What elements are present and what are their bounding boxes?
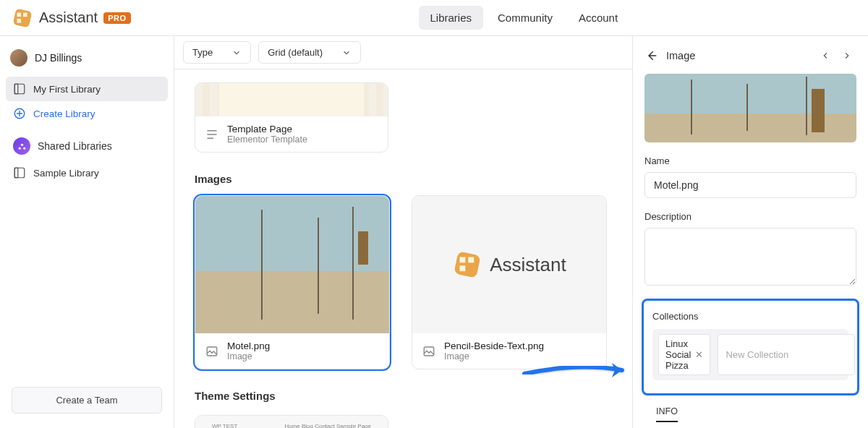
library-icon	[13, 82, 26, 95]
assistant-watermark-text: Assistant	[490, 254, 566, 276]
nav-libraries[interactable]: Libraries	[419, 6, 484, 30]
image-card-motel[interactable]: Motel.png Image	[195, 195, 390, 369]
theme-heading: Theme Settings	[195, 390, 612, 402]
name-label: Name	[644, 155, 856, 166]
grid-select[interactable]: Grid (default)	[258, 41, 361, 64]
chevron-right-icon	[842, 51, 852, 61]
details-hero-image	[644, 74, 856, 142]
svg-rect-1	[17, 12, 22, 17]
nav-community[interactable]: Community	[486, 6, 564, 30]
image-filename: Motel.png	[227, 341, 270, 351]
sidebar-item-label: My First Library	[33, 84, 101, 95]
image-type: Image	[444, 351, 544, 361]
brand-name: Assistant	[39, 9, 98, 26]
image-filename: Pencil-Beside-Text.png	[444, 341, 544, 351]
description-textarea[interactable]	[644, 228, 856, 286]
svg-rect-11	[14, 168, 18, 178]
template-subtitle: Elementor Template	[227, 134, 307, 145]
chevron-down-icon	[231, 48, 242, 58]
collections-label: Collections	[652, 311, 848, 322]
svg-rect-14	[460, 257, 466, 263]
svg-rect-3	[17, 18, 22, 22]
template-icon	[205, 128, 218, 141]
description-label: Description	[644, 211, 856, 222]
plus-circle-icon	[13, 107, 26, 120]
svg-rect-16	[460, 265, 466, 271]
template-card[interactable]: Template Page Elementor Template	[195, 82, 388, 153]
svg-rect-13	[454, 251, 481, 278]
image-icon	[422, 345, 435, 358]
create-team-button[interactable]: Create a Team	[12, 387, 162, 414]
theme-mock-nav: Home Blog Contact Sample Page	[284, 423, 371, 428]
details-title: Image	[666, 50, 695, 61]
library-icon	[13, 166, 26, 179]
image-thumbnail	[195, 196, 389, 333]
svg-rect-0	[13, 8, 33, 27]
chevron-down-icon	[341, 48, 352, 58]
collection-chip[interactable]: Linux Social Pizza ✕	[658, 334, 710, 375]
svg-point-8	[18, 147, 20, 149]
collection-chip-label: Linux Social Pizza	[665, 338, 691, 371]
user-row[interactable]: DJ Billings	[6, 46, 168, 77]
svg-rect-2	[23, 12, 27, 17]
sidebar-item-label: Sample Library	[33, 168, 99, 179]
avatar	[10, 49, 27, 67]
sidebar-item-my-first-library[interactable]: My First Library	[6, 77, 168, 101]
assistant-logo-icon	[12, 7, 33, 29]
name-input[interactable]	[644, 172, 856, 198]
svg-rect-4	[14, 84, 25, 94]
next-item-button[interactable]	[838, 46, 856, 65]
pro-badge: PRO	[103, 12, 130, 24]
nav-account[interactable]: Account	[567, 6, 629, 30]
image-icon	[205, 345, 218, 358]
svg-point-7	[20, 143, 22, 145]
svg-rect-10	[14, 168, 25, 178]
image-card-pencil[interactable]: Assistant Pencil-Beside-Text.png Image	[412, 195, 607, 369]
user-name: DJ Billings	[35, 52, 82, 64]
sidebar-item-sample-library[interactable]: Sample Library	[6, 160, 168, 185]
shared-icon	[13, 137, 30, 155]
prev-item-button[interactable]	[816, 46, 835, 65]
theme-card[interactable]: WP TEST Home Blog Contact Sample Page	[195, 415, 388, 428]
svg-rect-15	[469, 257, 475, 263]
info-tab[interactable]: INFO	[656, 406, 678, 422]
images-heading: Images	[195, 173, 612, 185]
create-library[interactable]: Create Library	[6, 101, 168, 126]
create-library-label: Create Library	[33, 108, 95, 119]
assistant-logo-icon	[452, 249, 482, 280]
svg-rect-12	[207, 347, 217, 356]
template-title: Template Page	[227, 124, 307, 134]
type-select[interactable]: Type	[183, 41, 251, 64]
remove-chip-icon[interactable]: ✕	[695, 349, 703, 360]
svg-point-9	[23, 147, 25, 149]
collections-section: Collections Linux Social Pizza ✕	[642, 299, 859, 395]
image-thumbnail: Assistant	[412, 196, 606, 333]
image-type: Image	[227, 351, 270, 361]
svg-rect-5	[14, 84, 18, 94]
back-arrow-icon[interactable]	[644, 49, 658, 62]
chevron-left-icon	[820, 51, 830, 61]
shared-libraries-heading: Shared Libraries	[6, 126, 168, 160]
svg-rect-17	[424, 347, 434, 356]
theme-mock-title: WP TEST	[212, 423, 237, 428]
new-collection-input[interactable]	[718, 334, 855, 375]
